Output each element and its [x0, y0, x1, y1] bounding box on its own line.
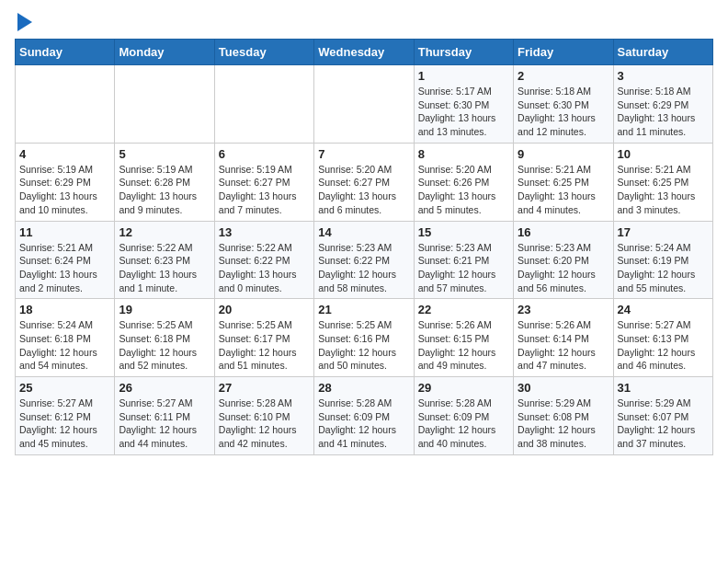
calendar-cell: 23Sunrise: 5:26 AM Sunset: 6:14 PM Dayli… — [514, 299, 613, 377]
calendar-cell: 21Sunrise: 5:25 AM Sunset: 6:16 PM Dayli… — [314, 299, 414, 377]
calendar-cell: 27Sunrise: 5:28 AM Sunset: 6:10 PM Dayli… — [214, 377, 313, 455]
day-number: 1 — [418, 69, 509, 83]
day-number: 21 — [318, 303, 409, 316]
calendar-week-row: 18Sunrise: 5:24 AM Sunset: 6:18 PM Dayli… — [16, 299, 713, 377]
calendar-cell: 14Sunrise: 5:23 AM Sunset: 6:22 PM Dayli… — [314, 221, 414, 299]
day-number: 26 — [119, 381, 210, 395]
calendar-cell: 22Sunrise: 5:26 AM Sunset: 6:15 PM Dayli… — [414, 299, 513, 377]
day-info: Sunrise: 5:23 AM Sunset: 6:21 PM Dayligh… — [418, 241, 509, 295]
day-number: 2 — [518, 69, 609, 83]
day-number: 17 — [618, 225, 709, 239]
calendar-cell — [115, 65, 214, 144]
day-number: 13 — [219, 225, 310, 239]
day-info: Sunrise: 5:28 AM Sunset: 6:10 PM Dayligh… — [219, 396, 310, 451]
day-number: 15 — [418, 225, 509, 239]
day-number: 31 — [618, 381, 709, 395]
day-number: 8 — [418, 147, 509, 161]
day-info: Sunrise: 5:19 AM Sunset: 6:28 PM Dayligh… — [119, 163, 210, 217]
day-info: Sunrise: 5:27 AM Sunset: 6:13 PM Dayligh… — [618, 318, 709, 373]
day-info: Sunrise: 5:26 AM Sunset: 6:14 PM Dayligh… — [518, 318, 609, 373]
weekday-header-thursday: Thursday — [414, 40, 513, 65]
day-info: Sunrise: 5:19 AM Sunset: 6:29 PM Dayligh… — [19, 163, 110, 217]
calendar-cell: 29Sunrise: 5:28 AM Sunset: 6:09 PM Dayli… — [414, 377, 513, 455]
calendar-cell: 8Sunrise: 5:20 AM Sunset: 6:26 PM Daylig… — [414, 143, 513, 221]
calendar-cell: 3Sunrise: 5:18 AM Sunset: 6:29 PM Daylig… — [613, 65, 712, 144]
day-number: 3 — [618, 69, 709, 83]
logo — [15, 15, 32, 31]
day-info: Sunrise: 5:28 AM Sunset: 6:09 PM Dayligh… — [418, 396, 509, 451]
day-info: Sunrise: 5:22 AM Sunset: 6:22 PM Dayligh… — [219, 241, 310, 295]
day-info: Sunrise: 5:29 AM Sunset: 6:08 PM Dayligh… — [518, 396, 609, 451]
calendar-cell: 16Sunrise: 5:23 AM Sunset: 6:20 PM Dayli… — [514, 221, 613, 299]
day-info: Sunrise: 5:23 AM Sunset: 6:20 PM Dayligh… — [518, 241, 609, 295]
calendar-cell: 5Sunrise: 5:19 AM Sunset: 6:28 PM Daylig… — [115, 143, 214, 221]
day-info: Sunrise: 5:25 AM Sunset: 6:17 PM Dayligh… — [219, 318, 310, 373]
calendar-cell: 2Sunrise: 5:18 AM Sunset: 6:30 PM Daylig… — [514, 65, 613, 144]
day-number: 22 — [418, 303, 509, 316]
day-number: 27 — [219, 381, 310, 395]
logo-arrow-icon — [17, 13, 32, 31]
day-number: 9 — [518, 147, 609, 161]
day-number: 25 — [19, 381, 110, 395]
weekday-header-monday: Monday — [115, 40, 214, 65]
day-number: 7 — [318, 147, 409, 161]
calendar-cell — [16, 65, 115, 144]
calendar-cell: 30Sunrise: 5:29 AM Sunset: 6:08 PM Dayli… — [514, 377, 613, 455]
day-info: Sunrise: 5:18 AM Sunset: 6:30 PM Dayligh… — [518, 85, 609, 139]
day-info: Sunrise: 5:27 AM Sunset: 6:11 PM Dayligh… — [119, 396, 210, 451]
calendar-cell — [314, 65, 414, 144]
day-number: 12 — [119, 225, 210, 239]
day-number: 10 — [618, 147, 709, 161]
day-info: Sunrise: 5:26 AM Sunset: 6:15 PM Dayligh… — [418, 318, 509, 373]
calendar-week-row: 1Sunrise: 5:17 AM Sunset: 6:30 PM Daylig… — [16, 65, 713, 144]
day-number: 20 — [219, 303, 310, 316]
calendar-cell: 10Sunrise: 5:21 AM Sunset: 6:25 PM Dayli… — [613, 143, 712, 221]
calendar-cell: 18Sunrise: 5:24 AM Sunset: 6:18 PM Dayli… — [16, 299, 115, 377]
day-info: Sunrise: 5:23 AM Sunset: 6:22 PM Dayligh… — [318, 241, 409, 295]
weekday-header-friday: Friday — [514, 40, 613, 65]
day-info: Sunrise: 5:19 AM Sunset: 6:27 PM Dayligh… — [219, 163, 310, 217]
day-info: Sunrise: 5:21 AM Sunset: 6:24 PM Dayligh… — [19, 241, 110, 295]
weekday-header-tuesday: Tuesday — [214, 40, 313, 65]
day-number: 4 — [19, 147, 110, 161]
day-info: Sunrise: 5:27 AM Sunset: 6:12 PM Dayligh… — [19, 396, 110, 451]
calendar-cell: 19Sunrise: 5:25 AM Sunset: 6:18 PM Dayli… — [115, 299, 214, 377]
calendar-cell: 4Sunrise: 5:19 AM Sunset: 6:29 PM Daylig… — [16, 143, 115, 221]
calendar-cell: 28Sunrise: 5:28 AM Sunset: 6:09 PM Dayli… — [314, 377, 414, 455]
day-info: Sunrise: 5:24 AM Sunset: 6:19 PM Dayligh… — [618, 241, 709, 295]
day-number: 24 — [618, 303, 709, 316]
weekday-header-wednesday: Wednesday — [314, 40, 414, 65]
day-number: 30 — [518, 381, 609, 395]
day-info: Sunrise: 5:28 AM Sunset: 6:09 PM Dayligh… — [318, 396, 409, 451]
calendar-cell: 1Sunrise: 5:17 AM Sunset: 6:30 PM Daylig… — [414, 65, 513, 144]
calendar-cell: 24Sunrise: 5:27 AM Sunset: 6:13 PM Dayli… — [613, 299, 712, 377]
day-info: Sunrise: 5:18 AM Sunset: 6:29 PM Dayligh… — [618, 85, 709, 139]
calendar-cell: 13Sunrise: 5:22 AM Sunset: 6:22 PM Dayli… — [214, 221, 313, 299]
day-info: Sunrise: 5:21 AM Sunset: 6:25 PM Dayligh… — [518, 163, 609, 217]
calendar-cell — [214, 65, 313, 144]
calendar-cell: 20Sunrise: 5:25 AM Sunset: 6:17 PM Dayli… — [214, 299, 313, 377]
calendar-cell: 12Sunrise: 5:22 AM Sunset: 6:23 PM Dayli… — [115, 221, 214, 299]
day-info: Sunrise: 5:21 AM Sunset: 6:25 PM Dayligh… — [618, 163, 709, 217]
day-number: 29 — [418, 381, 509, 395]
day-number: 28 — [318, 381, 409, 395]
day-info: Sunrise: 5:24 AM Sunset: 6:18 PM Dayligh… — [19, 318, 110, 373]
weekday-header-sunday: Sunday — [16, 40, 115, 65]
day-number: 11 — [19, 225, 110, 239]
calendar-cell: 31Sunrise: 5:29 AM Sunset: 6:07 PM Dayli… — [613, 377, 712, 455]
page-header — [15, 15, 713, 31]
weekday-header-row: SundayMondayTuesdayWednesdayThursdayFrid… — [16, 40, 713, 65]
day-number: 6 — [219, 147, 310, 161]
calendar-cell: 25Sunrise: 5:27 AM Sunset: 6:12 PM Dayli… — [16, 377, 115, 455]
day-info: Sunrise: 5:20 AM Sunset: 6:26 PM Dayligh… — [418, 163, 509, 217]
weekday-header-saturday: Saturday — [613, 40, 712, 65]
day-number: 16 — [518, 225, 609, 239]
day-number: 23 — [518, 303, 609, 316]
calendar-week-row: 4Sunrise: 5:19 AM Sunset: 6:29 PM Daylig… — [16, 143, 713, 221]
calendar-cell: 15Sunrise: 5:23 AM Sunset: 6:21 PM Dayli… — [414, 221, 513, 299]
calendar-week-row: 25Sunrise: 5:27 AM Sunset: 6:12 PM Dayli… — [16, 377, 713, 455]
calendar-table: SundayMondayTuesdayWednesdayThursdayFrid… — [15, 39, 713, 455]
calendar-cell: 17Sunrise: 5:24 AM Sunset: 6:19 PM Dayli… — [613, 221, 712, 299]
calendar-cell: 26Sunrise: 5:27 AM Sunset: 6:11 PM Dayli… — [115, 377, 214, 455]
day-info: Sunrise: 5:25 AM Sunset: 6:18 PM Dayligh… — [119, 318, 210, 373]
